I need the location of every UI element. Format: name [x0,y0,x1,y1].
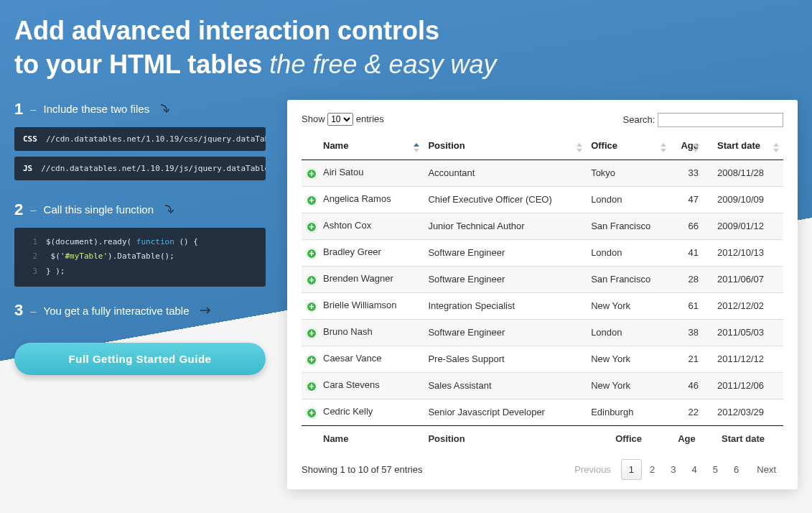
table-row: +Brenden WagnerSoftware EngineerSan Fran… [302,266,783,292]
search-input[interactable] [658,113,783,127]
expand-icon[interactable]: + [306,301,317,313]
step-2-text: Call this single function [44,203,154,216]
step-3-number: 3 [14,301,23,320]
js-include-box: JS //cdn.datatables.net/1.10.19/js/jquer… [14,157,266,180]
cell-start: 2009/10/09 [703,186,783,213]
col-header-name[interactable]: Name [302,134,424,160]
table-row: +Brielle WilliamsonIntegration Specialis… [302,292,783,319]
cell-age: 22 [671,399,703,425]
expand-icon[interactable]: + [306,168,317,180]
cell-name: Cara Stevens [323,379,380,390]
cell-age: 38 [671,319,703,346]
getting-started-button[interactable]: Full Getting Started Guide [14,343,266,375]
cell-start: 2011/06/07 [703,266,783,292]
cell-name: Bruno Nash [323,326,373,337]
col-footer-office: Office [587,425,671,451]
expand-icon[interactable]: + [306,407,317,419]
arrow-right-icon [200,306,213,315]
step-1: 1 – Include these two files [14,100,266,119]
entries-select[interactable]: 10 [327,113,353,126]
headline-line2b: the free & easy way [269,50,496,79]
arrow-down-icon [159,103,169,115]
cell-position: Sales Assistant [424,372,587,399]
cell-age: 66 [671,213,703,239]
col-header-age[interactable]: Age [671,134,703,160]
expand-icon[interactable]: + [306,328,317,339]
cell-start: 2011/12/12 [703,346,783,372]
cell-position: Pre-Sales Support [424,346,587,372]
col-footer-start: Start date [703,425,783,451]
page-number[interactable]: 5 [705,459,726,480]
cell-office: Tokyo [587,160,671,186]
table-row: +Bradley GreerSoftware EngineerLondon412… [302,239,783,266]
cell-age: 21 [671,346,703,372]
css-url: //cdn.datatables.net/1.10.19/css/jquery.… [46,134,266,144]
pagination: Previous 123456 Next [567,460,783,479]
expand-icon[interactable]: + [306,248,317,259]
col-footer-position: Position [424,425,587,451]
cell-age: 41 [671,239,703,266]
page-number[interactable]: 3 [663,459,683,480]
cell-office: New York [587,346,671,372]
expand-icon[interactable]: + [306,381,317,392]
js-url: //cdn.datatables.net/1.10.19/js/jquery.d… [41,164,266,173]
cell-position: Software Engineer [424,266,587,292]
table-row: +Bruno NashSoftware EngineerLondon382011… [302,319,783,346]
cell-age: 46 [671,372,703,399]
code-example: 1$(document).ready( function () { 2 $('#… [14,228,266,287]
expand-icon[interactable]: + [306,274,317,286]
dash-icon: – [30,203,36,216]
cell-age: 33 [671,160,703,186]
cell-name: Airi Satou [323,167,363,177]
cell-position: Software Engineer [424,239,587,266]
search-control: Search: [623,113,783,127]
cell-start: 2011/05/03 [703,319,783,346]
step-2: 2 – Call this single function [14,200,266,219]
css-include-box: CSS //cdn.datatables.net/1.10.19/css/jqu… [14,127,266,151]
step-1-number: 1 [14,100,23,119]
show-prefix: Show [302,114,327,124]
search-label: Search: [623,114,655,125]
table-info: Showing 1 to 10 of 57 entries [302,464,422,475]
page-headline: Add advanced interaction controls to you… [14,14,798,82]
instructions-column: 1 – Include these two files CSS //cdn.da… [14,100,266,489]
step-1-text: Include these two files [44,103,150,115]
cell-position: Senior Javascript Developer [424,399,587,425]
cell-age: 28 [671,266,703,292]
headline-line2a: to your HTML tables [14,50,269,79]
page-number[interactable]: 1 [621,459,642,480]
expand-icon[interactable]: + [306,354,317,366]
cell-start: 2009/01/12 [703,213,783,239]
step-3-text: You get a fully interactive table [44,305,190,317]
col-header-start[interactable]: Start date [703,134,783,160]
expand-icon[interactable]: + [306,221,317,233]
expand-icon[interactable]: + [306,195,317,206]
cell-start: 2008/11/28 [703,160,783,186]
col-footer-age: Age [671,425,703,451]
cell-office: London [587,186,671,213]
page-number[interactable]: 6 [726,459,747,480]
col-header-position[interactable]: Position [424,134,587,160]
js-tag: JS [23,164,32,173]
col-header-office[interactable]: Office [587,134,671,160]
cell-office: San Francisco [587,213,671,239]
table-row: +Caesar VancePre-Sales SupportNew York21… [302,346,783,372]
cell-start: 2012/03/29 [703,399,783,425]
cell-office: London [587,239,671,266]
cell-position: Integration Specialist [424,292,587,319]
cell-name: Cedric Kelly [323,406,373,417]
cell-position: Junior Technical Author [424,213,587,239]
cell-start: 2011/12/06 [703,372,783,399]
cell-position: Software Engineer [424,319,587,346]
table-row: +Airi SatouAccountantTokyo332008/11/28 [302,160,783,186]
page-next[interactable]: Next [750,460,783,479]
col-footer-name: Name [302,425,424,451]
css-tag: CSS [23,134,37,144]
page-number[interactable]: 2 [642,459,663,480]
table-row: +Ashton CoxJunior Technical AuthorSan Fr… [302,213,783,239]
cell-office: London [587,319,671,346]
page-previous[interactable]: Previous [567,460,618,479]
page-number[interactable]: 4 [684,459,705,480]
step-2-number: 2 [14,200,23,219]
cell-position: Accountant [424,160,587,186]
